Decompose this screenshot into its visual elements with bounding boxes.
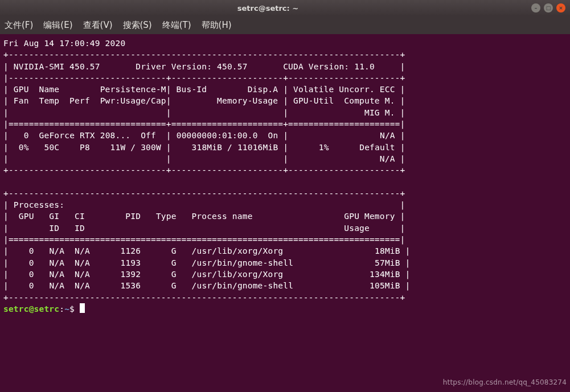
proc-ci: N/A	[75, 270, 90, 279]
proc-gpu: 0	[29, 246, 34, 255]
proc-gpu: 0	[29, 270, 34, 279]
proc-name: /usr/bin/gnome-shell	[192, 258, 294, 267]
prompt-user-host: setrc@setrc	[3, 304, 59, 313]
proc-ci: N/A	[75, 281, 90, 290]
gpu-mem: 318MiB / 11016MiB	[192, 143, 278, 152]
window-controls: – □ ×	[531, 3, 565, 13]
gpu-ecc: N/A	[380, 131, 395, 140]
menubar: 文件(F) 编辑(E) 查看(V) 搜索(S) 终端(T) 帮助(H)	[0, 16, 570, 34]
proc-type: G	[171, 246, 177, 255]
gpu-util: 1%	[319, 143, 329, 152]
proc-ci: N/A	[75, 258, 90, 267]
cursor-icon	[80, 303, 85, 313]
proc-mem: 57MiB	[375, 258, 400, 267]
proc-gi: N/A	[49, 270, 64, 279]
smi-version: 450.57	[69, 62, 100, 71]
gpu-compute: Default	[359, 143, 395, 152]
menu-terminal[interactable]: 终端(T)	[162, 20, 191, 31]
gpu-disp: On	[268, 131, 278, 140]
gpu-persistence: Off	[141, 131, 156, 140]
menu-file[interactable]: 文件(F)	[5, 20, 33, 31]
minimize-icon[interactable]: –	[531, 3, 540, 13]
proc-type: G	[171, 270, 177, 279]
proc-type: G	[171, 258, 177, 267]
proc-gi: N/A	[49, 281, 64, 290]
prompt-end: $	[69, 304, 75, 313]
close-icon[interactable]: ×	[556, 3, 565, 13]
maximize-icon[interactable]: □	[544, 3, 553, 13]
proc-gi: N/A	[49, 246, 64, 255]
proc-name: /usr/lib/xorg/Xorg	[192, 270, 284, 279]
proc-mem: 18MiB	[375, 246, 400, 255]
gpu-bus: 00000000:01:00.0	[177, 131, 258, 140]
menu-search[interactable]: 搜索(S)	[123, 20, 152, 31]
menu-view[interactable]: 查看(V)	[83, 20, 113, 31]
watermark: https://blog.csdn.net/qq_45083274	[443, 378, 567, 387]
gpu-pwr: 11W / 300W	[110, 143, 161, 152]
prompt-sep: :	[59, 304, 64, 313]
proc-pid: 1126	[120, 246, 141, 255]
menu-edit[interactable]: 编辑(E)	[43, 20, 72, 31]
proc-ci: N/A	[75, 246, 90, 255]
proc-gpu: 0	[29, 258, 34, 267]
menu-help[interactable]: 帮助(H)	[202, 20, 232, 31]
gpu-fan: 0%	[19, 143, 29, 152]
terminal[interactable]: Fri Aug 14 17:00:49 2020 +--------------…	[0, 34, 570, 392]
gpu-perf: P8	[80, 143, 90, 152]
proc-name: /usr/lib/xorg/Xorg	[192, 246, 284, 255]
gpu-index: 0	[24, 131, 29, 140]
proc-gpu: 0	[29, 281, 34, 290]
prompt-cwd: ~	[64, 304, 69, 313]
proc-pid: 1536	[120, 281, 141, 290]
proc-gi: N/A	[49, 258, 64, 267]
gpu-name: GeForce RTX 208...	[39, 131, 131, 140]
gpu-temp: 50C	[44, 143, 59, 152]
proc-mem: 105MiB	[370, 281, 400, 290]
proc-pid: 1193	[120, 258, 141, 267]
proc-pid: 1392	[120, 270, 141, 279]
proc-type: G	[171, 281, 177, 290]
window-titlebar: setrc@setrc: ~ – □ ×	[0, 0, 570, 16]
smi-date: Fri Aug 14 17:00:49 2020	[3, 39, 125, 48]
proc-mem: 134MiB	[370, 270, 400, 279]
gpu-mig: N/A	[380, 154, 395, 163]
proc-name: /usr/bin/gnome-shell	[192, 281, 294, 290]
window-title: setrc@setrc: ~	[5, 4, 531, 13]
smi-cuda: 11.0	[354, 62, 375, 71]
smi-driver: 450.57	[217, 62, 248, 71]
